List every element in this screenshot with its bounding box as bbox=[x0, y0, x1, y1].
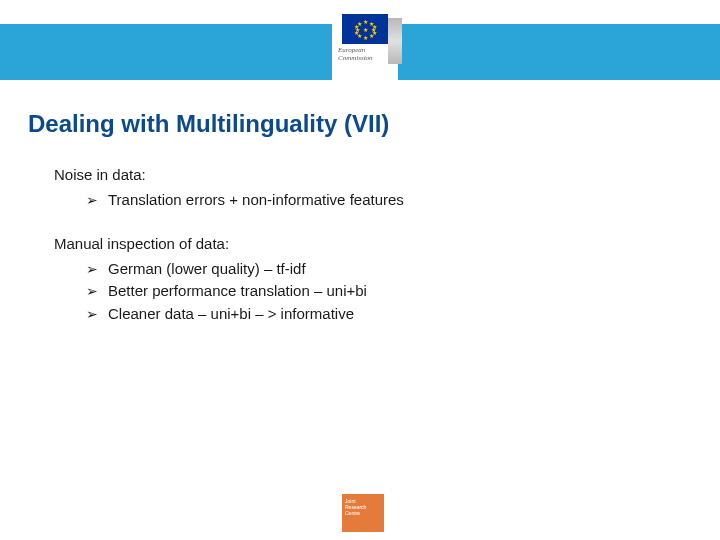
logo-text: European Commission bbox=[332, 47, 373, 62]
bullet-text: Cleaner data – uni+bi – > informative bbox=[108, 303, 354, 326]
logo-line2: Commission bbox=[338, 54, 373, 62]
ec-logo: European Commission bbox=[332, 8, 398, 98]
badge-line3: Centre bbox=[345, 510, 360, 516]
bullet-item: ➢ Better performance translation – uni+b… bbox=[54, 280, 404, 303]
section-label: Noise in data: bbox=[54, 164, 404, 187]
slide-title: Dealing with Multilinguality (VII) bbox=[28, 110, 389, 138]
bullet-icon: ➢ bbox=[86, 190, 98, 211]
bullet-text: Better performance translation – uni+bi bbox=[108, 280, 367, 303]
slide-content: Noise in data: ➢ Translation errors + no… bbox=[54, 164, 404, 325]
bullet-text: German (lower quality) – tf-idf bbox=[108, 258, 306, 281]
section-label: Manual inspection of data: bbox=[54, 233, 404, 256]
footer-badge: Joint Research Centre bbox=[342, 494, 384, 532]
eu-flag-icon bbox=[342, 14, 388, 44]
bullet-item: ➢ Translation errors + non-informative f… bbox=[54, 189, 404, 212]
bullet-item: ➢ Cleaner data – uni+bi – > informative bbox=[54, 303, 404, 326]
bullet-icon: ➢ bbox=[86, 259, 98, 280]
bullet-item: ➢ German (lower quality) – tf-idf bbox=[54, 258, 404, 281]
bullet-text: Translation errors + non-informative fea… bbox=[108, 189, 404, 212]
logo-column-icon bbox=[388, 18, 402, 64]
bullet-icon: ➢ bbox=[86, 281, 98, 302]
bullet-icon: ➢ bbox=[86, 304, 98, 325]
